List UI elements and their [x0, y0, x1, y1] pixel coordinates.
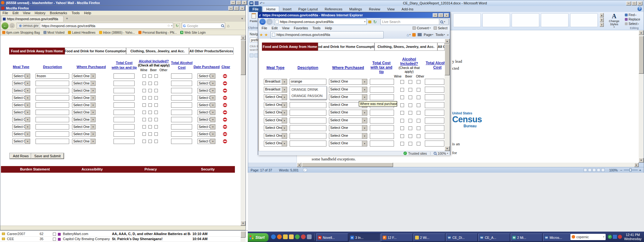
beer-checkbox[interactable] [148, 125, 152, 129]
menu-help[interactable]: Help [82, 11, 93, 15]
message-subject[interactable]: AA, AAA, C, D, and other Alkaline Batter… [112, 232, 191, 236]
other-checkbox[interactable] [417, 142, 420, 146]
taskbar-button[interactable]: 2 Wi... [414, 233, 445, 241]
beer-checkbox[interactable] [148, 103, 152, 107]
meal-type-select[interactable]: Select One▾ [264, 110, 287, 116]
show-desktop-quicklaunch-icon[interactable] [307, 234, 312, 239]
page-scrollbar[interactable]: ▲ ▼ [241, 35, 246, 226]
view-fullscreen-button[interactable] [588, 168, 591, 172]
wine-checkbox[interactable] [142, 96, 146, 100]
ribbon-tab-mailings[interactable]: Mailings [346, 6, 365, 12]
style-gallery-item[interactable] [512, 13, 539, 27]
other-checkbox[interactable] [154, 132, 158, 136]
scroll-up-icon[interactable]: ▲ [241, 35, 246, 40]
description-input[interactable] [290, 141, 326, 147]
total-cost-input[interactable] [370, 110, 394, 116]
taskbar-button[interactable]: WMicros... [543, 233, 570, 241]
back-button[interactable]: ← [259, 19, 266, 25]
category-tab[interactable]: Food and Drink for Home Consumption [318, 43, 375, 51]
meal-type-select[interactable]: Select One▾ [264, 102, 287, 108]
refresh-button[interactable]: ↻ [373, 20, 377, 24]
where-purchased-select[interactable]: Select One▾ [72, 131, 96, 137]
minimize-button[interactable]: ─ [228, 6, 233, 10]
alcohol-cost-input[interactable] [425, 118, 444, 124]
zoom-control[interactable]: 100% ▾ [434, 152, 448, 155]
address-field[interactable]: https://respond.census.gov/ced/fda ▾ [274, 19, 367, 25]
clear-row-button[interactable] [223, 74, 227, 78]
beer-checkbox[interactable] [408, 103, 412, 107]
total-cost-input[interactable] [370, 133, 394, 139]
beer-checkbox[interactable] [148, 82, 152, 85]
save-submit-button[interactable]: Save and Submit [31, 153, 64, 159]
ribbon-tab-review[interactable]: Review [365, 6, 384, 12]
menu-edit[interactable]: Edit [269, 26, 280, 30]
outlook-quicklaunch-icon[interactable] [283, 234, 288, 239]
where-purchased-select[interactable]: Select One▾ [72, 110, 96, 115]
page-scrollbar[interactable]: ▲ ▼ [445, 39, 450, 151]
where-purchased-select[interactable]: Select One▾ [72, 102, 96, 108]
alcohol-cost-input[interactable] [425, 110, 444, 116]
clear-row-button[interactable] [223, 139, 227, 143]
footer-link[interactable]: Burden Statement [20, 167, 50, 171]
description-input[interactable] [36, 124, 69, 130]
status-word-count[interactable]: Words: 5,001 [279, 168, 298, 172]
paste-button[interactable]: Paste [249, 13, 258, 26]
taskbar-button[interactable]: F12 F... [381, 233, 413, 241]
other-checkbox[interactable] [417, 119, 420, 123]
other-checkbox[interactable] [154, 96, 158, 100]
wine-checkbox[interactable] [142, 132, 146, 136]
message-sender[interactable]: Capitol City Brewing Company [63, 237, 110, 241]
menu-view[interactable]: View [21, 11, 33, 15]
word-titlebar[interactable]: W ↶ ▾ CE_Diary_QuickReport_120314.docx -… [248, 0, 644, 6]
meal-type-select[interactable]: Select One▾ [264, 94, 287, 100]
find-button[interactable]: Find ▾ [625, 13, 644, 17]
wine-checkbox[interactable] [400, 111, 404, 115]
wine-checkbox[interactable] [142, 103, 146, 107]
clear-row-button[interactable] [223, 96, 227, 100]
style-gallery-item[interactable] [570, 13, 598, 27]
copernic-dropdown-icon[interactable]: ▾ [603, 236, 604, 238]
close-button[interactable]: × [637, 1, 642, 5]
scrollbar-thumb[interactable] [639, 36, 644, 74]
scroll-left-icon[interactable]: ◄ [297, 163, 301, 167]
style-gallery-item[interactable] [453, 13, 481, 27]
total-cost-input[interactable] [370, 94, 394, 100]
total-cost-input[interactable] [114, 81, 135, 86]
alcohol-cost-input[interactable] [171, 124, 192, 130]
where-purchased-select[interactable]: Select One▾ [329, 141, 367, 147]
gallery-down-icon[interactable]: ▼ [600, 18, 604, 22]
scrollbar-thumb[interactable] [302, 163, 393, 167]
description-input[interactable] [36, 88, 69, 93]
tools-dropdown-icon[interactable]: ▾ [444, 33, 445, 36]
total-cost-input[interactable] [114, 124, 135, 130]
undo-icon[interactable]: ↶ [260, 1, 263, 5]
beer-checkbox[interactable] [408, 80, 412, 84]
beer-checkbox[interactable] [408, 134, 412, 138]
beer-checkbox[interactable] [148, 111, 152, 114]
meal-type-select[interactable]: Select One▾ [12, 124, 30, 130]
messenger-quicklaunch-icon[interactable] [295, 234, 300, 239]
clear-row-button[interactable] [223, 103, 227, 107]
style-gallery-item[interactable] [482, 13, 510, 27]
home-dropdown-icon[interactable]: ▾ [409, 33, 411, 36]
taskbar-button[interactable]: M2 Mi... [511, 233, 542, 241]
clear-row-button[interactable] [223, 132, 227, 136]
total-cost-input[interactable] [370, 141, 394, 147]
close-button[interactable]: × [444, 13, 449, 17]
wine-checkbox[interactable] [142, 118, 146, 121]
folder-name[interactable]: Career2007 [7, 232, 25, 236]
description-input[interactable] [36, 95, 69, 101]
bookmark-item[interactable]: Latest Headlines [68, 31, 96, 34]
help-icon[interactable]: ? [637, 7, 642, 11]
category-tab[interactable]: Food and Drink Away from Home [262, 43, 318, 51]
meal-type-select[interactable]: Select One▾ [264, 133, 287, 139]
where-purchased-select[interactable]: Select One▾ [72, 124, 96, 130]
wine-checkbox[interactable] [142, 111, 146, 114]
gallery-more-icon[interactable]: ▾ [600, 22, 604, 27]
wine-checkbox[interactable] [400, 80, 404, 84]
meal-type-select[interactable]: Select One▾ [12, 73, 30, 79]
scroll-down-icon[interactable]: ▼ [241, 221, 246, 226]
meal-type-select[interactable]: Select One▾ [12, 88, 30, 93]
alcohol-cost-input[interactable] [425, 87, 444, 93]
start-button[interactable]: Start [248, 233, 269, 242]
